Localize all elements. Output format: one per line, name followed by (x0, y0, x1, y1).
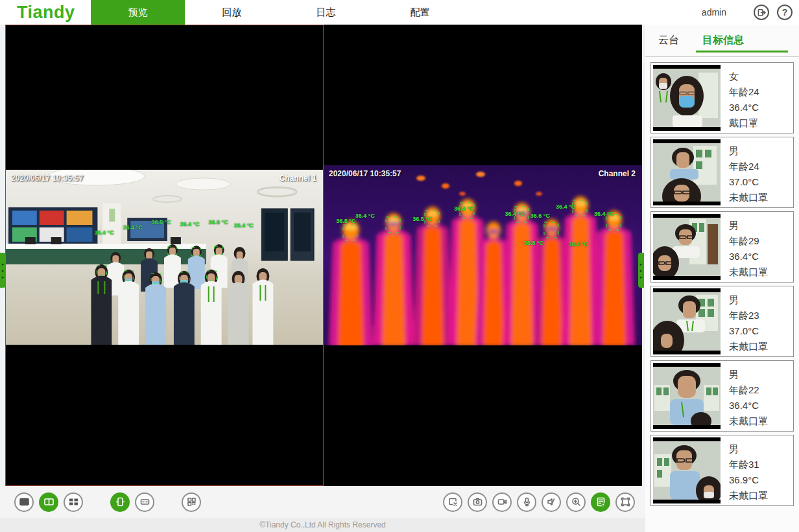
temperature-annotation: 36.8 °C (336, 218, 355, 224)
logged-in-user: admin (702, 0, 726, 25)
preview-toolbar (0, 486, 645, 518)
video-cell-channel-2[interactable]: 2020/06/17 10:35:57 Channel 2 36.8 °C36.… (324, 25, 642, 486)
close-all-streams-icon[interactable] (443, 492, 462, 512)
channel-2-timestamp: 2020/06/17 10:35:57 (329, 169, 401, 178)
target-age: 年龄24 (729, 84, 759, 100)
temperature-annotation: 36.4 °C (454, 205, 473, 212)
temperature-annotation: 36.8 °C (524, 240, 543, 246)
digital-zoom-icon[interactable] (566, 492, 586, 512)
target-gender: 女 (729, 69, 759, 84)
target-attributes: 男 年龄31 36.9°C 未戴口罩 (721, 437, 768, 503)
snapshot-icon[interactable] (468, 492, 487, 512)
target-temperature: 37.0°C (729, 323, 768, 339)
target-gender: 男 (729, 143, 768, 159)
face-thumbnail (653, 214, 721, 280)
target-mask-status: 未戴口罩 (729, 264, 768, 280)
target-temperature: 36.4°C (729, 398, 768, 413)
target-gender: 男 (729, 292, 768, 308)
face-thumbnail (653, 437, 721, 503)
layout-single-icon[interactable] (14, 492, 34, 512)
target-gender: 男 (729, 218, 768, 233)
right-sidebar: 云台 目标信息 女 年龄24 36.4°C 戴口罩 (645, 25, 799, 532)
target-attributes: 男 年龄29 36.4°C 未戴口罩 (721, 214, 768, 280)
video-grid: 2020/06/17 10:35:57 Channel 1 36.4 °C36.… (5, 25, 642, 486)
active-tab-underline (696, 51, 788, 52)
face-thumbnail (653, 65, 721, 131)
temperature-annotation: 36.6 °C (209, 219, 228, 226)
video-cell-channel-1[interactable]: 2020/06/17 10:35:57 Channel 1 36.4 °C36.… (5, 25, 324, 486)
face-thumbnail (653, 288, 721, 354)
target-card[interactable]: 女 年龄24 36.4°C 戴口罩 (650, 62, 794, 133)
target-temperature: 36.9°C (729, 472, 768, 488)
target-attributes: 女 年龄24 36.4°C 戴口罩 (721, 65, 759, 131)
channel-1-label: Channel 1 (280, 174, 316, 183)
logout-icon[interactable] (754, 5, 769, 20)
sidebar-tab-ptz[interactable]: 云台 (658, 34, 679, 47)
preview-region: 2020/06/17 10:35:57 Channel 1 36.4 °C36.… (0, 25, 645, 532)
microphone-icon[interactable] (517, 492, 536, 512)
top-header: Tiandy 预览 回放 日志 配置 admin ? (0, 0, 799, 25)
channel-1-video: 2020/06/17 10:35:57 Channel 1 36.4 °C36.… (6, 170, 323, 345)
target-age: 年龄31 (729, 457, 768, 472)
face-thumbnail (653, 363, 721, 429)
target-card[interactable]: 男 年龄22 36.4°C 未戴口罩 (650, 360, 794, 432)
scale-stretch-icon[interactable] (135, 492, 154, 512)
target-temperature: 36.4°C (729, 100, 759, 115)
target-mask-status: 未戴口罩 (729, 339, 768, 354)
target-info-toggle-icon[interactable] (591, 492, 610, 512)
target-age: 年龄29 (729, 233, 768, 249)
target-age: 年龄23 (729, 308, 768, 323)
temperature-annotation: 36.5 °C (412, 216, 432, 222)
target-card[interactable]: 男 年龄24 37.0°C 未戴口罩 (650, 137, 794, 208)
target-card[interactable]: 男 年龄23 37.0°C 未戴口罩 (650, 286, 794, 357)
region-frame-icon[interactable] (615, 492, 635, 512)
right-panel-collapse-handle[interactable]: ▸▸▸ (638, 253, 644, 288)
target-card[interactable]: 男 年龄31 36.9°C 未戴口罩 (650, 435, 794, 506)
copyright-text: ©Tiandy Co.,Ltd All Rights Reserved (259, 520, 385, 529)
target-temperature: 37.0°C (729, 174, 768, 190)
temperature-annotation: 36.4 °C (505, 211, 525, 217)
sidebar-tab-target-info[interactable]: 目标信息 (702, 34, 744, 47)
layout-controls (14, 492, 201, 512)
target-attributes: 男 年龄22 36.4°C 未戴口罩 (721, 363, 768, 429)
main-nav: 预览 回放 日志 配置 (91, 0, 467, 25)
channel-1-scene (6, 170, 323, 345)
scale-original-icon[interactable] (110, 492, 130, 512)
channel-2-label: Channel 2 (599, 169, 636, 178)
temperature-annotation: 36.5 °C (152, 219, 171, 226)
target-age: 年龄24 (729, 159, 768, 174)
tab-playback[interactable]: 回放 (185, 0, 279, 25)
channel-2-scene (324, 165, 642, 345)
help-icon[interactable]: ? (777, 5, 793, 20)
mute-icon[interactable] (542, 492, 561, 512)
temperature-annotation: 36.4 °C (594, 211, 614, 217)
target-mask-status: 未戴口罩 (729, 413, 768, 429)
temperature-annotation: 36.4 °C (180, 221, 200, 227)
layout-two-split-icon[interactable] (39, 492, 58, 512)
tab-config[interactable]: 配置 (373, 0, 467, 25)
layout-four-split-icon[interactable] (64, 492, 83, 512)
app-window: Tiandy 预览 回放 日志 配置 admin ? (0, 0, 799, 532)
multi-screen-icon[interactable] (182, 492, 201, 512)
target-age: 年龄22 (729, 382, 768, 398)
target-temperature: 36.4°C (729, 249, 768, 264)
temperature-annotation: 36.4 °C (95, 229, 114, 236)
target-gender: 男 (729, 441, 768, 457)
tiandy-logo: Tiandy (17, 3, 75, 23)
tab-log[interactable]: 日志 (279, 0, 373, 25)
channel-2-video: 2020/06/17 10:35:57 Channel 2 36.8 °C36.… (324, 165, 642, 345)
target-attributes: 男 年龄24 37.0°C 未戴口罩 (721, 139, 768, 205)
stream-controls (443, 492, 635, 512)
sidebar-tabs: 云台 目标信息 (645, 25, 799, 57)
temperature-annotation: 36.4 °C (569, 241, 588, 248)
channel-1-timestamp: 2020/06/17 10:35:57 (11, 174, 83, 183)
left-panel-expand-handle[interactable]: ▸▸▸ (0, 253, 6, 288)
target-attributes: 男 年龄23 37.0°C 未戴口罩 (721, 288, 768, 354)
tab-preview[interactable]: 预览 (91, 0, 185, 25)
target-card[interactable]: 男 年龄29 36.4°C 未戴口罩 (650, 211, 794, 283)
record-icon[interactable] (492, 492, 512, 512)
target-mask-status: 未戴口罩 (729, 190, 768, 205)
face-thumbnail (653, 139, 721, 205)
temperature-annotation: 36.4 °C (123, 224, 143, 231)
target-mask-status: 未戴口罩 (729, 488, 768, 503)
